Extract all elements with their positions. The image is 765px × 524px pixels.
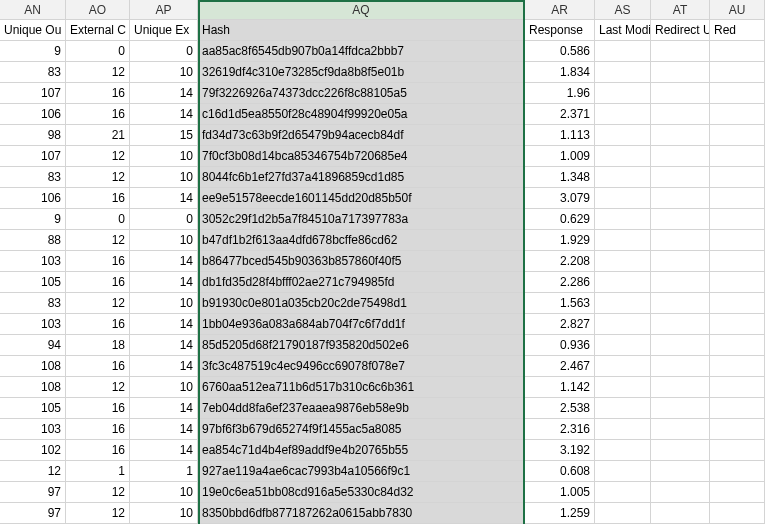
cell-at[interactable] — [651, 104, 710, 125]
column-header-au[interactable]: AU — [710, 0, 765, 20]
cell-an[interactable]: 9 — [0, 209, 66, 230]
column-header-ap[interactable]: AP — [130, 0, 198, 20]
cell-aq[interactable]: b91930c0e801a035cb20c2de75498d1 — [198, 293, 525, 314]
cell-as[interactable] — [595, 167, 651, 188]
cell-at[interactable] — [651, 335, 710, 356]
cell-ao[interactable]: 1 — [66, 461, 130, 482]
cell-ar[interactable]: 1.009 — [525, 146, 595, 167]
cell-an[interactable]: 83 — [0, 167, 66, 188]
cell-ao[interactable]: 16 — [66, 440, 130, 461]
cell-ar[interactable]: 2.467 — [525, 356, 595, 377]
cell-as[interactable] — [595, 146, 651, 167]
cell-at[interactable] — [651, 356, 710, 377]
cell-as[interactable] — [595, 125, 651, 146]
cell-ap[interactable]: 14 — [130, 251, 198, 272]
cell-aq[interactable]: 85d5205d68f21790187f935820d502e6 — [198, 335, 525, 356]
cell-au[interactable] — [710, 419, 765, 440]
cell-at[interactable] — [651, 440, 710, 461]
cell-au[interactable] — [710, 83, 765, 104]
cell-at[interactable] — [651, 167, 710, 188]
cell-au[interactable] — [710, 167, 765, 188]
cell-ap[interactable]: 14 — [130, 272, 198, 293]
cell-at[interactable] — [651, 230, 710, 251]
cell-ao[interactable]: 12 — [66, 377, 130, 398]
cell-as[interactable] — [595, 104, 651, 125]
cell-an[interactable]: 98 — [0, 125, 66, 146]
cell-au[interactable] — [710, 356, 765, 377]
cell-ap[interactable]: 10 — [130, 62, 198, 83]
cell-ap[interactable]: 14 — [130, 314, 198, 335]
cell-ar[interactable]: 2.286 — [525, 272, 595, 293]
cell-as[interactable] — [595, 293, 651, 314]
cell-ap[interactable]: 10 — [130, 503, 198, 524]
cell-au[interactable] — [710, 377, 765, 398]
cell-as[interactable] — [595, 83, 651, 104]
cell-aq[interactable]: ee9e51578eecde1601145dd20d85b50f — [198, 188, 525, 209]
cell-au[interactable] — [710, 230, 765, 251]
cell-ao[interactable]: 16 — [66, 356, 130, 377]
field-header-au[interactable]: Red — [710, 20, 765, 41]
cell-ao[interactable]: 12 — [66, 293, 130, 314]
cell-ar[interactable]: 2.208 — [525, 251, 595, 272]
cell-an[interactable]: 103 — [0, 314, 66, 335]
cell-at[interactable] — [651, 461, 710, 482]
cell-an[interactable]: 83 — [0, 293, 66, 314]
cell-an[interactable]: 12 — [0, 461, 66, 482]
cell-au[interactable] — [710, 146, 765, 167]
cell-aq[interactable]: 7eb04dd8fa6ef237eaaea9876eb58e9b — [198, 398, 525, 419]
column-header-an[interactable]: AN — [0, 0, 66, 20]
cell-aq[interactable]: 7f0cf3b08d14bca85346754b720685e4 — [198, 146, 525, 167]
cell-as[interactable] — [595, 461, 651, 482]
cell-au[interactable] — [710, 209, 765, 230]
cell-as[interactable] — [595, 356, 651, 377]
cell-ar[interactable]: 2.371 — [525, 104, 595, 125]
cell-ar[interactable]: 1.96 — [525, 83, 595, 104]
field-header-an[interactable]: Unique Ou — [0, 20, 66, 41]
cell-as[interactable] — [595, 230, 651, 251]
cell-as[interactable] — [595, 440, 651, 461]
cell-au[interactable] — [710, 398, 765, 419]
cell-at[interactable] — [651, 419, 710, 440]
cell-ao[interactable]: 16 — [66, 188, 130, 209]
cell-ao[interactable]: 0 — [66, 41, 130, 62]
cell-ap[interactable]: 14 — [130, 440, 198, 461]
cell-aq[interactable]: 19e0c6ea51bb08cd916a5e5330c84d32 — [198, 482, 525, 503]
cell-aq[interactable]: 6760aa512ea711b6d517b310c6c6b361 — [198, 377, 525, 398]
cell-ao[interactable]: 12 — [66, 62, 130, 83]
cell-ar[interactable]: 1.563 — [525, 293, 595, 314]
cell-ar[interactable]: 1.348 — [525, 167, 595, 188]
cell-at[interactable] — [651, 41, 710, 62]
cell-au[interactable] — [710, 251, 765, 272]
cell-au[interactable] — [710, 461, 765, 482]
cell-au[interactable] — [710, 104, 765, 125]
cell-au[interactable] — [710, 125, 765, 146]
cell-ao[interactable]: 16 — [66, 398, 130, 419]
cell-at[interactable] — [651, 398, 710, 419]
cell-ao[interactable]: 18 — [66, 335, 130, 356]
cell-ap[interactable]: 14 — [130, 83, 198, 104]
cell-ar[interactable]: 1.929 — [525, 230, 595, 251]
cell-ar[interactable]: 0.608 — [525, 461, 595, 482]
cell-at[interactable] — [651, 377, 710, 398]
cell-au[interactable] — [710, 62, 765, 83]
cell-ao[interactable]: 16 — [66, 83, 130, 104]
cell-as[interactable] — [595, 335, 651, 356]
field-header-aq[interactable]: Hash — [198, 20, 525, 41]
cell-au[interactable] — [710, 272, 765, 293]
cell-as[interactable] — [595, 419, 651, 440]
field-header-ao[interactable]: External C — [66, 20, 130, 41]
cell-an[interactable]: 108 — [0, 377, 66, 398]
column-header-as[interactable]: AS — [595, 0, 651, 20]
cell-ar[interactable]: 1.005 — [525, 482, 595, 503]
field-header-ap[interactable]: Unique Ex — [130, 20, 198, 41]
cell-ao[interactable]: 12 — [66, 167, 130, 188]
cell-ap[interactable]: 10 — [130, 482, 198, 503]
cell-at[interactable] — [651, 314, 710, 335]
cell-at[interactable] — [651, 188, 710, 209]
field-header-ar[interactable]: Response — [525, 20, 595, 41]
cell-as[interactable] — [595, 314, 651, 335]
cell-au[interactable] — [710, 482, 765, 503]
cell-ap[interactable]: 10 — [130, 377, 198, 398]
cell-aq[interactable]: ea854c71d4b4ef89addf9e4b20765b55 — [198, 440, 525, 461]
cell-ap[interactable]: 14 — [130, 419, 198, 440]
